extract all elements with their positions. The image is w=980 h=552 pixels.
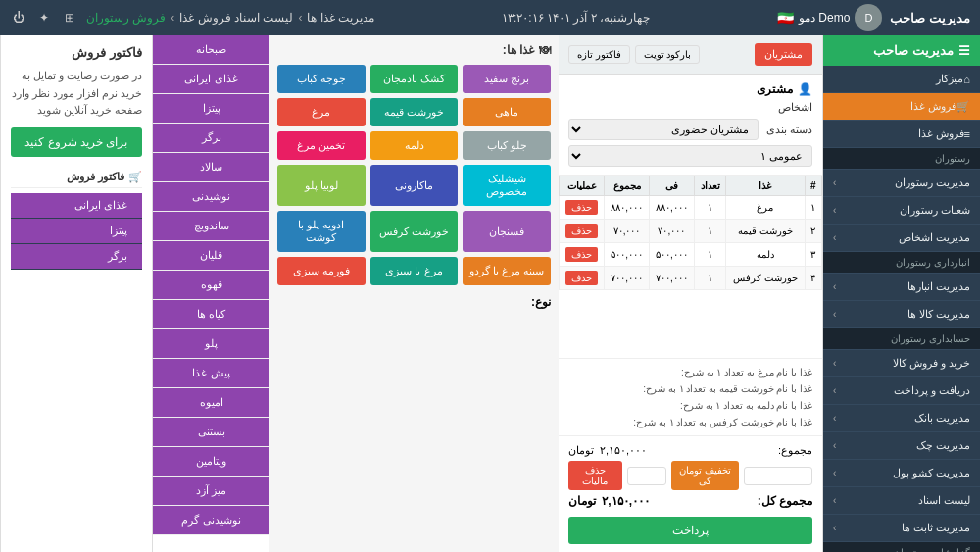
right-sub-item[interactable]: برگر [11,244,142,270]
sidebar-section-restaurant: رستوران [823,148,980,170]
sidebar-item-cashier[interactable]: مدیریت کشو پول › [823,460,980,487]
delete-button[interactable]: حذف [565,247,598,262]
category-button[interactable]: کیاه ها [153,300,270,329]
customer-icon: 👤 [798,82,812,96]
pay-button[interactable]: پرداخت [568,517,812,544]
col-price: فی [649,176,694,196]
delete-button[interactable]: حذف [565,271,598,285]
category-select[interactable]: مشتریان حضوری [568,119,759,140]
category-button[interactable]: پلو [153,329,270,359]
discount-input[interactable] [744,467,812,485]
food-item-button[interactable]: جلو کباب [463,131,551,160]
category-button[interactable]: صبحانه [153,35,270,65]
sidebar-item-fixed[interactable]: مدیریت ثابت ها › [823,515,980,542]
right-sub-item[interactable]: پیتزا [11,219,142,244]
category-button[interactable]: برگر [153,124,270,153]
sidebar-item-label-sale-list: فروش غذا [833,127,964,140]
food-item-button[interactable]: ماکارونی [370,165,459,206]
name-row: عمومی ۱ [568,145,812,167]
right-sub-item[interactable]: غذای ایرانی [11,193,142,219]
category-button[interactable]: قلیان [153,241,270,271]
food-item-button[interactable]: ماهی [463,98,551,126]
food-item-button[interactable]: لوبیا پلو [277,165,366,206]
delete-button[interactable]: حذف [565,224,598,238]
sidebar-item-branches[interactable]: شعبات رستوران › [823,197,980,225]
category-button[interactable]: قهوه [153,271,270,300]
bell-icon[interactable]: ✦ [35,9,53,26]
tax-input[interactable] [627,467,666,485]
category-button[interactable]: میز آزد [153,477,270,506]
topbar-user: D Demo دمو 🇮🇷 [777,4,882,31]
sidebar-item-buy-sell[interactable]: خرید و فروش کالا › [823,350,980,377]
topbar-title: مدیریت صاحب [890,11,970,25]
sidebar-section-warehouse: انبارداری رستوران [823,252,980,274]
sidebar-item-dashboard[interactable]: ⌂ میزکار [823,66,980,93]
food-item-button[interactable]: مرغ با سبزی [370,257,459,285]
breadcrumb-item-2[interactable]: لیست اسناد فروش غذا [179,11,293,25]
category-button[interactable]: غذای ایرانی [153,65,270,94]
cell-food: دلمه [726,243,805,267]
sidebar-section-accounting: حسابداری رستوران [823,328,980,350]
sidebar-item-warehouses[interactable]: مدیریت انبارها › [823,274,980,301]
sidebar-section-reports: گزارشات رستوران [823,542,980,552]
food-item-button[interactable]: فورمه سبزی [277,257,366,285]
new-factor-button[interactable]: فاکتور تازه [568,45,630,64]
chevron-icon-11: › [833,495,836,506]
food-item-button[interactable]: فسنجان [463,211,551,252]
category-button[interactable]: پیتزا [153,94,270,124]
chevron-icon-5: › [833,309,836,320]
food-item-button[interactable]: جوجه کباب [277,65,366,93]
sidebar-item-sale-food[interactable]: 🛒 فروش غذا [823,93,980,121]
flag-icon: 🇮🇷 [777,10,794,25]
chevron-icon-12: › [833,523,836,533]
category-button[interactable]: امیوه [153,388,270,418]
food-item-button[interactable]: ادویه پلو با کوشت [277,211,366,252]
food-item-button[interactable]: مرغ [277,98,366,126]
discount-button[interactable]: تخفیف تومان کی [671,461,739,490]
food-item-button[interactable]: کشک بادمجان [370,65,459,93]
note-item: غذا با نام خورشت کرفس به تعداد ۱ به شرح: [568,414,812,430]
start-button[interactable]: برای خرید شروع کنید [11,127,142,157]
food-item-button[interactable]: خورشت قیمه [370,98,459,126]
customers-button[interactable]: مشتریان [755,43,812,66]
cell-total: ۸۸۰,۰۰۰ [605,196,650,220]
food-item-button[interactable]: سینه مرغ با گردو [463,257,551,285]
breadcrumb-sep: › [298,11,302,25]
sidebar-item-persons[interactable]: مدیریت اشخاص › [823,225,980,252]
food-item-button[interactable]: خورشت کرفس [370,211,459,252]
sidebar-item-check[interactable]: مدیریت چک › [823,432,980,460]
food-item-button[interactable]: برنج سفید [463,65,551,93]
delete-button[interactable]: حذف [565,200,598,215]
category-button[interactable]: سالاد [153,153,270,182]
sidebar-item-invoices[interactable]: لیست اسناد › [823,487,980,515]
breadcrumb-item-1[interactable]: فروش رستوران [86,11,166,25]
food-item-button[interactable]: تخمین مرغ [277,131,366,160]
cell-num: ۳ [805,243,821,267]
sidebar-item-bank[interactable]: مدیریت بانک › [823,405,980,432]
app-container: مدیریت صاحب D Demo دمو 🇮🇷 چهارشنبه، ۲ آذ… [0,0,980,552]
sidebar-item-label-bank: مدیریت بانک [836,412,970,425]
category-button[interactable]: ساندویچ [153,212,270,241]
cart-icon: 🛒 [956,100,970,113]
cell-price: ۸۸۰,۰۰۰ [649,196,694,220]
grid-icon[interactable]: ⊞ [61,9,78,26]
power-icon[interactable]: ⏻ [10,9,27,26]
cell-qty: ۱ [694,196,725,220]
col-total: مجموع [605,176,650,196]
sidebar-item-manage-restaurant[interactable]: مدیریت رستوران › [823,170,980,197]
sidebar-section-label-warehouse: انبارداری رستوران [896,257,970,268]
sidebar-item-payment[interactable]: دریافت و پرداخت › [823,377,980,405]
category-button[interactable]: بستنی [153,418,270,447]
category-button[interactable]: ویتامین [153,447,270,477]
cancel-order-button[interactable]: حذف مالیات [568,461,622,490]
sidebar-item-goods[interactable]: مدیریت کالا ها › [823,301,980,328]
category-button[interactable]: نوشیدنی [153,182,270,212]
food-item-button[interactable]: دلمه [370,131,459,160]
category-button[interactable]: پیش غذا [153,359,270,388]
food-item-button[interactable]: شیشلیک مخصوص [463,165,551,206]
breadcrumb-item-3[interactable]: مدیریت غذا ها [307,11,374,25]
category-button[interactable]: نوشیدنی گرم [153,506,270,535]
name-select[interactable]: عمومی ۱ [568,145,812,167]
sidebar-item-sale-food-list[interactable]: ≡ فروش غذا [823,121,980,148]
barcode-button[interactable]: بارکود تویت [635,45,701,64]
